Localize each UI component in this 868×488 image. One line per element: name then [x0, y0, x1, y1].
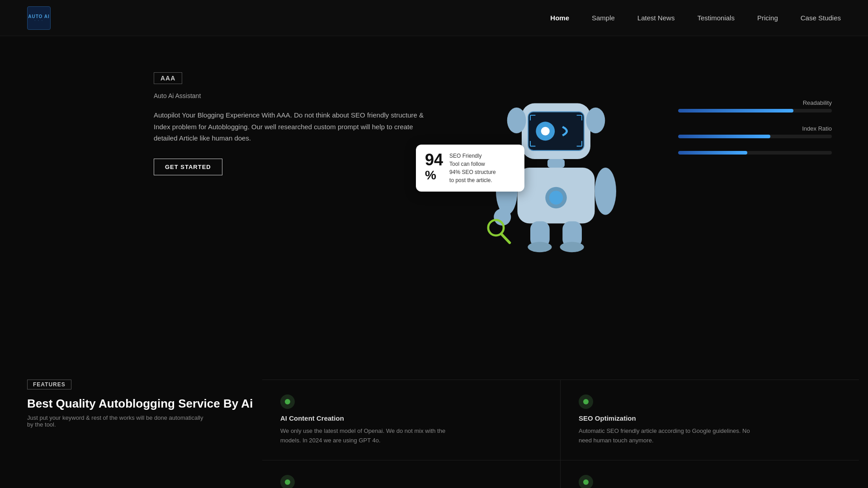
feature-ai-content: AI Content Creation We only use the late… — [262, 380, 561, 460]
nav-item-testimonials[interactable]: Testimonials — [697, 14, 735, 22]
metric-readability-bar — [678, 109, 832, 113]
metric-index-ratio-fill — [678, 135, 770, 138]
metric-extra-bar — [678, 151, 832, 155]
nav-item-home[interactable]: Home — [550, 14, 569, 22]
metric-index-ratio-label: Index Ratio — [678, 125, 832, 132]
logo-box: AUTO AI · · · — [27, 6, 51, 30]
svg-point-18 — [560, 242, 584, 252]
navbar: AUTO AI · · · Home Sample Latest News Te… — [0, 0, 868, 36]
hero-badge: AAA — [154, 72, 182, 84]
svg-point-5 — [541, 127, 550, 136]
nav-link-testimonials[interactable]: Testimonials — [697, 14, 735, 22]
hero-visual: 94 % SEO Friendly Tool can follow 94% SE… — [416, 72, 868, 343]
get-started-button[interactable]: GET STARTED — [154, 159, 222, 175]
metrics-panel: Readability Index Ratio — [678, 99, 832, 167]
nav-item-sample[interactable]: Sample — [592, 14, 615, 22]
feature-auto-pub: Auto Publication You can do single or bu… — [262, 460, 561, 488]
svg-point-20 — [583, 399, 589, 404]
nav-link-sample[interactable]: Sample — [592, 14, 615, 22]
seo-tooltip-line4: to post the article. — [449, 176, 496, 184]
nav-menu: Home Sample Latest News Testimonials Pri… — [550, 14, 841, 22]
features-left-col: FEATURES Best Quality Autoblogging Servi… — [9, 380, 262, 488]
feature-seo-desc: Automatic SEO friendly article according… — [579, 427, 750, 446]
nav-item-pricing[interactable]: Pricing — [757, 14, 778, 22]
logo[interactable]: AUTO AI · · · — [27, 6, 51, 30]
nav-link-case-studies[interactable]: Case Studies — [801, 14, 841, 22]
feature-upto-icon — [579, 475, 593, 488]
metric-readability-fill — [678, 109, 793, 113]
metric-extra-fill — [678, 151, 747, 155]
metric-readability-label: Readability — [678, 99, 832, 106]
features-inner: FEATURES Best Quality Autoblogging Servi… — [9, 380, 859, 488]
seo-tooltip-line1: SEO Friendly — [449, 152, 496, 160]
svg-rect-6 — [547, 159, 565, 168]
features-badge: FEATURES — [27, 380, 71, 389]
feature-ai-icon — [280, 394, 295, 409]
feature-ai-name: AI Content Creation — [280, 414, 542, 422]
metric-readability: Readability — [678, 99, 832, 113]
features-subtitle: Just put your keyword & rest of the work… — [27, 414, 208, 428]
svg-point-17 — [528, 242, 552, 252]
svg-point-2 — [586, 108, 605, 133]
features-section: FEATURES Best Quality Autoblogging Servi… — [0, 352, 868, 488]
nav-link-home[interactable]: Home — [550, 14, 569, 22]
seo-number-block: 94 % — [425, 152, 443, 183]
seo-tooltip-line2: Tool can follow — [449, 160, 496, 168]
hero-content: AAA Auto Ai Assistant Autopilot Your Blo… — [154, 72, 425, 175]
seo-tooltip-card: 94 % SEO Friendly Tool can follow 94% SE… — [416, 145, 524, 192]
metric-index-ratio-bar — [678, 135, 832, 138]
svg-point-9 — [549, 191, 563, 204]
seo-tooltip-line3: 94% SEO structure — [449, 168, 496, 176]
seo-text-block: SEO Friendly Tool can follow 94% SEO str… — [449, 152, 496, 184]
nav-item-latest-news[interactable]: Latest News — [637, 14, 675, 22]
svg-point-21 — [285, 479, 290, 485]
hero-subtitle: Auto Ai Assistant — [154, 92, 425, 99]
feature-seo-opt: SEO Optimization Automatic SEO friendly … — [561, 380, 859, 460]
feature-seo-name: SEO Optimization — [579, 414, 841, 422]
seo-percent: % — [425, 168, 443, 183]
feature-pub-icon — [280, 475, 295, 488]
svg-point-11 — [595, 168, 617, 215]
logo-text: AUTO AI — [28, 14, 50, 19]
features-grid: AI Content Creation We only use the late… — [262, 380, 859, 488]
nav-item-case-studies[interactable]: Case Studies — [801, 14, 841, 22]
hero-section: AAA Auto Ai Assistant Autopilot Your Blo… — [0, 36, 868, 352]
svg-point-22 — [583, 479, 589, 485]
features-right-col: AI Content Creation We only use the late… — [262, 380, 859, 488]
feature-ai-desc: We only use the latest model of Openai. … — [280, 427, 452, 446]
svg-point-1 — [507, 108, 526, 133]
logo-sub: · · · — [34, 19, 43, 22]
seo-number: 94 — [425, 152, 443, 168]
nav-link-latest-news[interactable]: Latest News — [637, 14, 675, 22]
nav-link-pricing[interactable]: Pricing — [757, 14, 778, 22]
feature-seo-icon — [579, 394, 593, 409]
metric-extra — [678, 151, 832, 155]
features-title: Best Quality Autoblogging Service By Ai — [27, 397, 253, 411]
hero-description: Autopilot Your Blogging Experience With … — [154, 109, 425, 144]
metric-index-ratio: Index Ratio — [678, 125, 832, 138]
svg-line-14 — [501, 234, 509, 243]
feature-upto-date: Upto Date and Unique As we use the lates… — [561, 460, 859, 488]
svg-point-19 — [285, 399, 290, 404]
